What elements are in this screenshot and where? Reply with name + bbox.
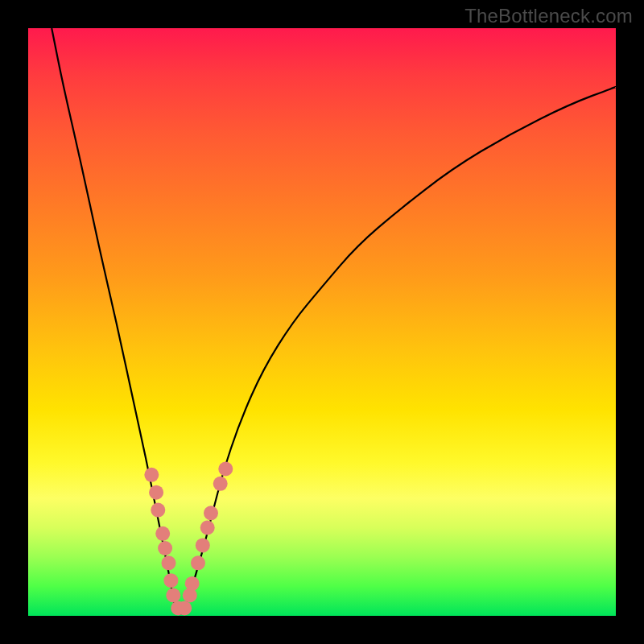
- bottleneck-curve: [52, 28, 616, 614]
- curve-marker: [196, 538, 210, 552]
- marker-layer: [144, 462, 233, 616]
- curve-marker: [151, 503, 165, 518]
- curve-marker: [162, 555, 176, 570]
- outer-frame: TheBottleneck.com: [0, 0, 644, 644]
- watermark-text: TheBottleneck.com: [464, 5, 633, 27]
- curve-marker: [218, 462, 233, 477]
- curve-marker: [204, 506, 218, 520]
- curve-marker: [149, 485, 163, 500]
- curve-marker: [155, 526, 170, 541]
- curve-marker: [185, 576, 200, 591]
- curve-marker: [191, 555, 205, 570]
- curve-marker: [144, 468, 159, 482]
- curve-marker: [163, 573, 178, 588]
- curve-marker: [200, 521, 215, 535]
- plot-area: [28, 28, 616, 616]
- curve-marker: [166, 588, 180, 603]
- curve-marker: [177, 601, 192, 616]
- chart-overlay: [28, 28, 616, 616]
- curve-marker: [213, 477, 228, 491]
- curve-marker: [158, 541, 172, 555]
